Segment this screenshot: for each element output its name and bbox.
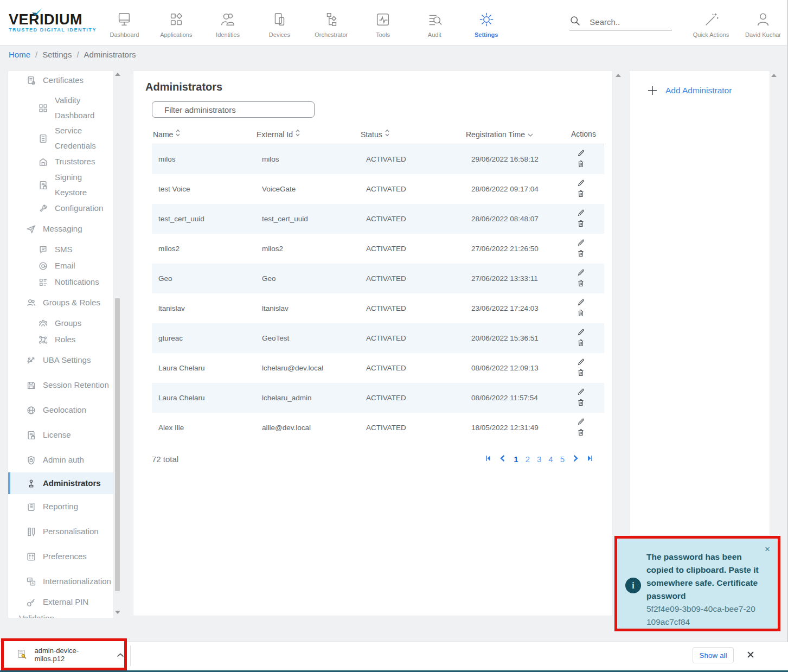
sidebar-item-notifications[interactable]: Notifications xyxy=(8,274,113,290)
delete-button[interactable] xyxy=(576,249,591,259)
veridium-logo[interactable]: VERIDIUM TRUSTED DIGITAL IDENTITY xyxy=(0,12,99,33)
sidebar-item-service-credentials[interactable]: Service Credentials xyxy=(8,123,113,153)
nav-orchestrator[interactable]: Orchestrator xyxy=(305,7,357,38)
sidebar-item-uba-settings[interactable]: UBA Settings xyxy=(8,352,113,368)
sidebar-item-session-retention[interactable]: Session Retention xyxy=(8,373,113,398)
sidebar-item-admin-auth[interactable]: Admin auth xyxy=(8,447,113,472)
nav-audit[interactable]: Audit xyxy=(409,7,460,38)
next-page-icon[interactable] xyxy=(572,455,579,464)
edit-button[interactable] xyxy=(576,178,591,189)
table-row[interactable]: Laura Chelarulchelaru_adminACTIVATED08/0… xyxy=(152,383,604,413)
column-header-name[interactable]: Name xyxy=(152,124,255,144)
search-input[interactable] xyxy=(590,17,671,27)
search-icon[interactable] xyxy=(569,15,581,27)
quick-actions-button[interactable]: Quick Actions xyxy=(684,7,738,38)
table-row[interactable]: gtureacGeoTestACTIVATED20/06/2022 15:36:… xyxy=(152,323,604,353)
column-header-status[interactable]: Status xyxy=(360,124,465,144)
table-row[interactable]: ltanislavltanislavACTIVATED23/06/2022 17… xyxy=(152,293,604,323)
edit-button[interactable] xyxy=(576,208,591,219)
sidebar-item-personalisation[interactable]: Personalisation xyxy=(8,519,113,544)
delete-button[interactable] xyxy=(576,338,591,349)
sidebar-item-preferences[interactable]: Preferences xyxy=(8,544,113,569)
page-4[interactable]: 4 xyxy=(548,455,553,464)
sidebar-item-validity-dashboard[interactable]: Validity Dashboard xyxy=(8,93,113,123)
sidebar-item-license[interactable]: License xyxy=(8,423,113,447)
table-row[interactable]: milos2milos2ACTIVATED27/06/2022 21:26:50 xyxy=(152,234,604,264)
sort-icon[interactable] xyxy=(296,129,300,138)
chevron-up-icon[interactable] xyxy=(117,650,124,660)
sort-down-icon[interactable] xyxy=(528,130,533,138)
breadcrumb-home-link[interactable]: Home xyxy=(9,50,30,59)
nav-settings[interactable]: Settings xyxy=(460,7,512,38)
sidebar-scrollbar[interactable] xyxy=(113,71,122,618)
page-1[interactable]: 1 xyxy=(514,455,518,464)
edit-button[interactable] xyxy=(576,387,591,398)
sidebar-item-internationalization[interactable]: Internationalization xyxy=(8,569,113,594)
right-scrollbar[interactable] xyxy=(770,72,778,88)
column-header-external-id[interactable]: External Id xyxy=(255,124,360,144)
page-5[interactable]: 5 xyxy=(560,455,565,464)
edit-button[interactable] xyxy=(576,417,591,428)
delete-button[interactable] xyxy=(576,368,591,379)
edit-button[interactable] xyxy=(576,298,591,309)
edit-button[interactable] xyxy=(576,149,591,159)
sidebar-item-certificates[interactable]: Certificates xyxy=(8,72,113,88)
show-all-button[interactable]: Show all xyxy=(693,647,734,663)
nav-identities[interactable]: Identities xyxy=(202,7,253,38)
sidebar-item-email[interactable]: Email xyxy=(8,258,113,274)
sort-icon[interactable] xyxy=(176,129,180,138)
table-row[interactable]: test VoiceVoiceGateACTIVATED28/06/2022 0… xyxy=(152,174,604,204)
edit-button[interactable] xyxy=(576,357,591,368)
downloads-close-icon[interactable] xyxy=(747,651,754,661)
edit-button[interactable] xyxy=(576,238,591,249)
delete-button[interactable] xyxy=(576,189,591,200)
delete-button[interactable] xyxy=(576,428,591,438)
previous-page-icon[interactable] xyxy=(499,455,507,464)
page-2[interactable]: 2 xyxy=(526,455,530,464)
table-row[interactable]: Alex Ilieailie@dev.localACTIVATED18/05/2… xyxy=(152,413,604,443)
sidebar-item-sms[interactable]: SMS xyxy=(8,241,113,258)
sidebar-scroll-thumb[interactable] xyxy=(115,298,120,591)
delete-button[interactable] xyxy=(576,309,591,319)
scroll-up-icon[interactable] xyxy=(616,74,621,77)
sort-icon[interactable] xyxy=(385,129,389,138)
delete-button[interactable] xyxy=(576,279,591,289)
first-page-icon[interactable] xyxy=(484,455,492,464)
column-header-registration-time[interactable]: Registration Time xyxy=(465,124,570,144)
nav-devices[interactable]: Devices xyxy=(254,7,305,38)
last-page-icon[interactable] xyxy=(586,455,594,464)
sidebar-item-roles[interactable]: Roles xyxy=(8,331,113,348)
nav-dashboard[interactable]: Dashboard xyxy=(99,7,150,38)
table-row[interactable]: Laura Chelarulchelaru@dev.localACTIVATED… xyxy=(152,353,604,383)
scroll-up-icon[interactable] xyxy=(115,73,120,76)
sidebar-item-reporting[interactable]: Reporting xyxy=(8,494,113,519)
downloaded-file-chip[interactable]: admin-device-milos.p12 xyxy=(4,641,124,668)
edit-button[interactable] xyxy=(576,268,591,279)
sidebar-item-external-pin-validation[interactable]: External PIN Validation xyxy=(8,594,113,618)
toast-close-icon[interactable]: × xyxy=(765,544,770,555)
user-menu[interactable]: David Kuchar xyxy=(738,7,788,38)
sidebar-item-messaging[interactable]: Messaging xyxy=(8,221,113,237)
scroll-up-icon[interactable] xyxy=(771,74,777,77)
delete-button[interactable] xyxy=(576,159,591,170)
table-row[interactable]: GeoGeoACTIVATED27/06/2022 13:33:11 xyxy=(152,264,604,293)
delete-button[interactable] xyxy=(576,219,591,229)
sidebar-item-configuration[interactable]: Configuration xyxy=(8,200,113,216)
page-3[interactable]: 3 xyxy=(537,455,541,464)
sidebar-item-signing-keystore[interactable]: Signing Keystore xyxy=(8,170,113,200)
sidebar-item-geolocation[interactable]: Geolocation xyxy=(8,398,113,423)
sidebar-item-truststores[interactable]: Truststores xyxy=(8,153,113,170)
sidebar-item-groups-roles[interactable]: Groups & Roles xyxy=(8,295,113,311)
scroll-down-icon[interactable] xyxy=(115,611,120,614)
table-row[interactable]: test_cert_uuidtest_cert_uuidACTIVATED28/… xyxy=(152,204,604,234)
sidebar-item-groups[interactable]: Groups xyxy=(8,315,113,331)
add-administrator-button[interactable]: Add Administrator xyxy=(647,85,770,96)
table-row[interactable]: milosmilosACTIVATED29/06/2022 16:58:12 xyxy=(152,144,604,175)
edit-button[interactable] xyxy=(576,328,591,338)
nav-tools[interactable]: Tools xyxy=(357,7,408,38)
sidebar-item-administrators[interactable]: Administrators xyxy=(8,472,113,494)
delete-button[interactable] xyxy=(576,398,591,408)
nav-applications[interactable]: Applications xyxy=(150,7,202,38)
main-scrollbar[interactable] xyxy=(614,72,623,88)
breadcrumb-settings[interactable]: Settings xyxy=(42,50,72,59)
